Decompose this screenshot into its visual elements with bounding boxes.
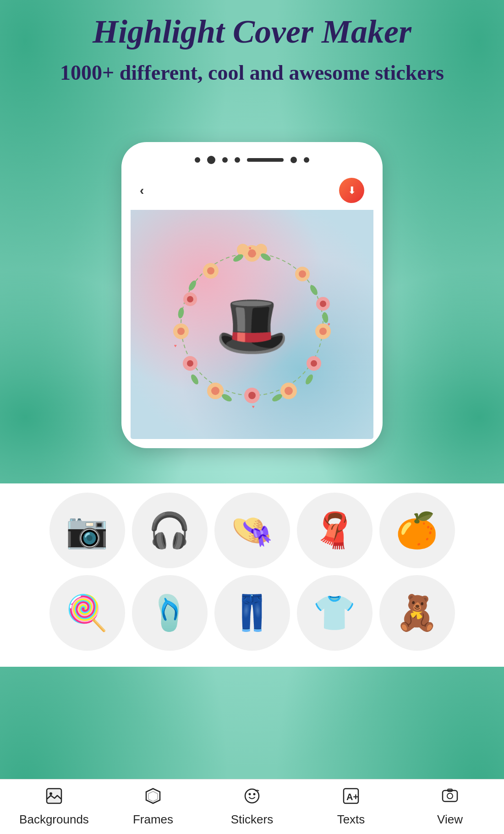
app-title: Highlight Cover Maker (0, 14, 504, 50)
sticker-orange[interactable]: 🍊 (379, 493, 455, 568)
notch-camera (207, 156, 215, 164)
svg-point-6 (299, 270, 306, 278)
svg-point-16 (248, 392, 256, 399)
view-icon (441, 787, 459, 809)
view-label: View (437, 812, 463, 827)
phone-front-camera (290, 157, 297, 163)
svg-point-24 (187, 296, 193, 302)
nav-frames[interactable]: Frames (104, 787, 203, 827)
svg-point-47 (249, 793, 251, 795)
sticker-shorts[interactable]: 👖 (214, 575, 290, 651)
svg-point-10 (319, 328, 327, 335)
svg-point-46 (245, 789, 259, 803)
svg-point-31 (304, 373, 314, 386)
title-section: Highlight Cover Maker 1000+ different, c… (0, 14, 504, 87)
sticker-bear[interactable]: 🧸 (379, 575, 455, 651)
svg-marker-45 (148, 791, 158, 801)
phone-screen: ‹ ⬇ (131, 171, 373, 439)
straw-hat-icon: 🧣 (313, 510, 356, 551)
svg-point-22 (177, 328, 185, 335)
phone-mockup: ‹ ⬇ (121, 142, 383, 448)
notch-dot-3 (235, 157, 240, 163)
svg-text:♥: ♥ (249, 246, 252, 251)
svg-text:A+: A+ (346, 792, 358, 802)
hat-sticker: 🎩 (215, 291, 289, 361)
headphones-icon: 🎧 (148, 510, 191, 551)
sticker-shirt[interactable]: 👕 (297, 575, 373, 651)
shirt-icon: 👕 (313, 593, 356, 633)
backgrounds-label: Backgrounds (19, 812, 89, 827)
nav-stickers[interactable]: Stickers (203, 787, 301, 827)
svg-point-35 (177, 307, 185, 319)
notch-dot-4 (304, 157, 309, 163)
phone-notch (131, 151, 373, 171)
svg-rect-51 (443, 790, 457, 801)
phone-body: ‹ ⬇ (121, 142, 383, 448)
svg-point-3 (237, 244, 249, 256)
svg-point-34 (190, 373, 200, 386)
svg-point-43 (49, 792, 52, 795)
svg-point-14 (285, 387, 293, 395)
sticker-row-2: 🍭 🩴 👖 👕 🧸 (9, 575, 495, 651)
svg-point-26 (207, 267, 214, 274)
svg-point-29 (309, 284, 319, 296)
blue-hat-icon: 👒 (230, 510, 274, 551)
back-button[interactable]: ‹ (140, 183, 144, 198)
app-subtitle: 1000+ different, cool and awesome sticke… (0, 59, 504, 87)
nav-view[interactable]: View (400, 787, 499, 827)
sticker-headphones[interactable]: 🎧 (132, 493, 208, 568)
sticker-section: 📷 🎧 👒 🧣 🍊 🍭 🩴 👖 👕 🧸 (0, 483, 504, 667)
nav-texts[interactable]: A+ Texts (301, 787, 400, 827)
popsicle-icon: 🍭 (66, 593, 109, 633)
screen-header: ‹ ⬇ (131, 171, 373, 210)
phone-speaker (247, 158, 284, 162)
svg-text:♥: ♥ (328, 322, 330, 327)
texts-icon: A+ (342, 787, 360, 809)
svg-point-18 (211, 387, 219, 395)
bottom-nav: Backgrounds Frames Stickers A+ (0, 779, 504, 834)
nav-backgrounds[interactable]: Backgrounds (5, 787, 104, 827)
sticker-popsicle[interactable]: 🍭 (49, 575, 125, 651)
orange-icon: 🍊 (395, 510, 438, 551)
frames-icon (144, 787, 162, 809)
notch-dot-2 (222, 157, 228, 163)
svg-text:♥: ♥ (174, 343, 177, 348)
shorts-icon: 👖 (230, 593, 274, 633)
download-icon: ⬇ (348, 185, 356, 197)
svg-point-12 (311, 360, 317, 367)
frames-label: Frames (133, 812, 173, 827)
svg-point-20 (187, 360, 193, 367)
sticker-hat-blue[interactable]: 👒 (214, 493, 290, 568)
texts-label: Texts (337, 812, 365, 827)
stickers-label: Stickers (231, 812, 273, 827)
download-button[interactable]: ⬇ (339, 178, 364, 203)
canvas-area[interactable]: ♥ ♥ ♥ ♥ 🎩 (131, 210, 373, 439)
sticker-straw-hat[interactable]: 🧣 (297, 493, 373, 568)
sticker-slippers[interactable]: 🩴 (132, 575, 208, 651)
camera-icon: 📷 (66, 510, 109, 551)
backgrounds-icon (45, 787, 63, 809)
svg-text:♥: ♥ (252, 404, 255, 409)
sticker-row-1: 📷 🎧 👒 🧣 🍊 (9, 493, 495, 568)
stickers-icon (243, 787, 261, 809)
slippers-icon: 🩴 (148, 593, 191, 633)
svg-rect-42 (47, 789, 61, 803)
svg-point-48 (253, 793, 256, 795)
notch-dot-1 (195, 157, 200, 163)
svg-point-52 (447, 793, 453, 799)
sticker-camera[interactable]: 📷 (49, 493, 125, 568)
svg-point-8 (320, 301, 326, 307)
bear-icon: 🧸 (395, 593, 438, 633)
